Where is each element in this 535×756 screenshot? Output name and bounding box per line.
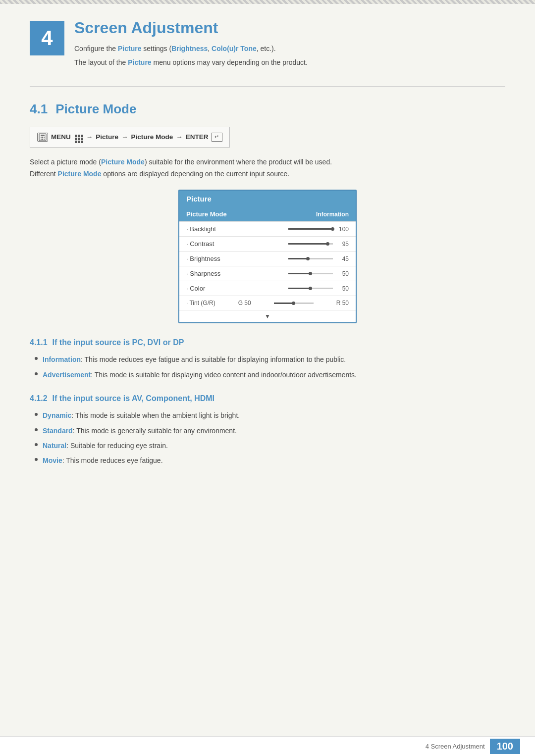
grid-icon [74, 131, 83, 143]
desc-prefix: Select a picture mode ( [30, 158, 101, 166]
picture-menu: Picture Picture Mode Information · Backl… [178, 190, 357, 323]
down-arrow-row: ▼ [179, 310, 356, 322]
bullet-dot [35, 413, 38, 416]
path1: Picture [96, 133, 118, 141]
chapter-title: Screen Adjustment [74, 19, 505, 37]
tint-row[interactable]: · Tint (G/R) G 50 R 50 [179, 296, 356, 310]
bullet-dot [35, 443, 38, 446]
tint-label: · Tint (G/R) [186, 300, 215, 306]
header-bold-brightness: Brightness [171, 45, 208, 52]
brightness-thumb [306, 257, 310, 260]
list-item: Information: This mode reduces eye fatig… [30, 354, 505, 365]
sharpness-label: · Sharpness [186, 270, 220, 277]
backlight-value: 100 [337, 226, 349, 233]
header-desc2-suffix: menu options may vary depending on the p… [152, 58, 308, 66]
contrast-fill [288, 243, 328, 245]
backlight-thumb [331, 227, 334, 231]
brightness-slider[interactable] [288, 258, 333, 259]
contrast-slider[interactable] [288, 243, 333, 245]
color-thumb [309, 287, 312, 290]
list-item: Natural: Suitable for reducing eye strai… [30, 440, 505, 451]
sharpness-thumb [309, 272, 312, 275]
bullet-text: Information: This mode reduces eye fatig… [43, 354, 346, 365]
list-item: Standard: This mode is generally suitabl… [30, 425, 505, 436]
svg-rect-4 [44, 137, 45, 138]
brightness-value: 45 [337, 255, 349, 262]
tint-fill [274, 302, 294, 304]
brightness-fill [288, 258, 308, 259]
contrast-value: 95 [337, 241, 349, 248]
desc-picture-mode: Picture Mode [101, 158, 145, 166]
backlight-label: · Backlight [186, 225, 216, 233]
tint-slider[interactable] [274, 302, 314, 304]
section411-list: Information: This mode reduces eye fatig… [30, 354, 505, 380]
list-item: Advertisement: This mode is suitable for… [30, 369, 505, 380]
picture-mode-label: Picture Mode [186, 210, 227, 218]
color-slider[interactable] [288, 288, 333, 289]
picture-menu-container: Picture Picture Mode Information · Backl… [30, 190, 505, 323]
bullet-dot [35, 458, 38, 461]
list-item: Movie: This mode reduces eye fatigue. [30, 455, 505, 466]
section412-title: If the input source is AV, Component, HD… [53, 394, 214, 403]
down-arrow-icon: ▼ [265, 313, 270, 320]
svg-rect-6 [42, 139, 43, 140]
header-desc1: Configure the Picture settings (Brightne… [74, 43, 505, 54]
sharpness-fill [288, 273, 311, 274]
section41-title: Picture Mode [55, 101, 136, 117]
tint-r-label: R 50 [336, 300, 349, 306]
sharpness-value: 50 [337, 270, 349, 277]
main-content: 4.1 Picture Mode MENU [0, 92, 535, 481]
sharpness-row[interactable]: · Sharpness 50 [179, 266, 356, 281]
backlight-slider[interactable] [288, 228, 333, 230]
chapter-number: 4 [41, 26, 53, 50]
header-desc2-prefix: The layout of the [74, 58, 128, 66]
backlight-row[interactable]: · Backlight 100 [179, 222, 356, 237]
section41-num: 4.1 [30, 101, 48, 117]
header-desc2: The layout of the Picture menu options m… [74, 57, 505, 68]
section411-heading: 4.1.1 If the input source is PC, DVI or … [30, 338, 505, 347]
bullet-text: Standard: This mode is generally suitabl… [43, 425, 237, 436]
picture-mode-row[interactable]: Picture Mode Information [179, 207, 356, 222]
menu-icon [37, 133, 48, 142]
section412-list: Dynamic: This mode is suitable when the … [30, 410, 505, 466]
backlight-right: 100 [288, 226, 349, 233]
bullet-text: Dynamic: This mode is suitable when the … [43, 410, 240, 421]
brightness-row[interactable]: · Brightness 45 [179, 252, 356, 266]
header-desc1-mid: settings ( [141, 45, 171, 52]
section412-heading: 4.1.2 If the input source is AV, Compone… [30, 394, 505, 403]
color-value: 50 [337, 285, 349, 292]
header-divider [30, 86, 505, 87]
movie-label: Movie [43, 456, 62, 464]
contrast-label: · Contrast [186, 240, 214, 248]
natural-label: Natural [43, 442, 66, 450]
list-item: Dynamic: This mode is suitable when the … [30, 410, 505, 421]
header-section: 4 Screen Adjustment Configure the Pictur… [0, 4, 535, 81]
color-label: · Color [186, 285, 205, 292]
standard-label: Standard [43, 427, 73, 435]
color-row[interactable]: · Color 50 [179, 281, 356, 296]
picture-menu-header: Picture [179, 191, 356, 207]
information-label: Information [43, 355, 81, 363]
advertisement-label: Advertisement [43, 371, 91, 379]
arrow1: → [86, 133, 93, 141]
section41-heading: 4.1 Picture Mode [30, 101, 505, 117]
contrast-thumb [326, 242, 329, 246]
color-fill [288, 288, 311, 289]
arrow3: → [176, 133, 183, 141]
sharpness-slider[interactable] [288, 273, 333, 274]
enter-label: ENTER [186, 133, 209, 141]
section411-title: If the input source is PC, DVI or DP [53, 338, 184, 347]
bullet-text: Movie: This mode reduces eye fatigue. [43, 455, 163, 466]
contrast-row[interactable]: · Contrast 95 [179, 237, 356, 252]
path2: Picture Mode [131, 133, 173, 141]
brightness-label: · Brightness [186, 255, 220, 262]
picture-mode-value: Information [316, 211, 349, 218]
section411-num: 4.1.1 [30, 338, 48, 347]
section412-num: 4.1.2 [30, 394, 48, 403]
sharpness-right: 50 [288, 270, 349, 277]
bullet-dot [35, 372, 38, 375]
bullet-dot [35, 428, 38, 431]
header-bold-color-tone: Colo(u)r Tone [212, 45, 257, 52]
enter-icon: ↵ [212, 133, 222, 142]
menu-path-box: MENU → Picture → Picture Mode → ENTER ↵ [30, 127, 230, 148]
